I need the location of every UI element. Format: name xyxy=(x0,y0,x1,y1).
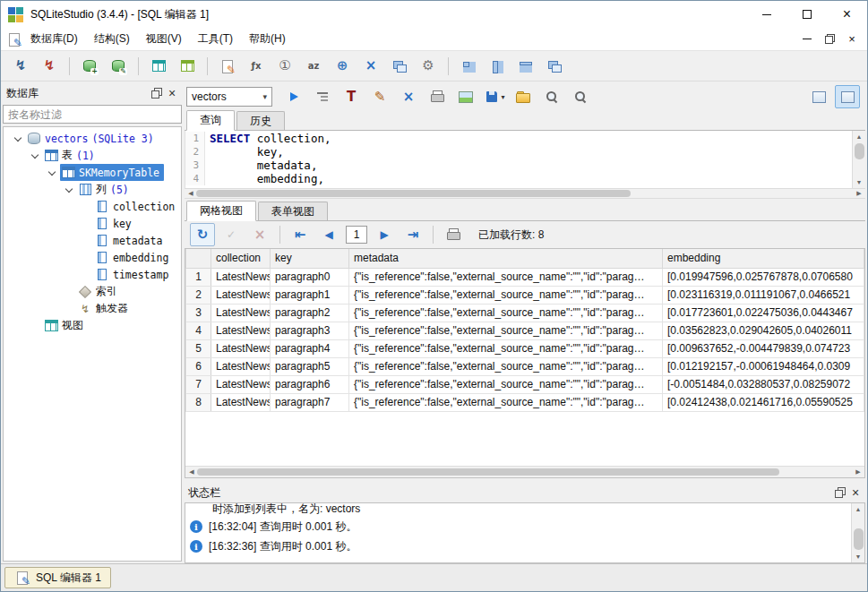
open-language-settings-button[interactable]: az xyxy=(301,55,326,78)
mdi-minimize-button[interactable] xyxy=(797,31,817,47)
cell-key[interactable]: paragraph1 xyxy=(271,286,349,304)
row-number-cell[interactable]: 7 xyxy=(186,375,211,393)
find-button[interactable] xyxy=(539,85,564,108)
next-page-button[interactable]: ▶ xyxy=(372,223,397,246)
cell-key[interactable]: paragraph5 xyxy=(271,357,349,375)
cell-metadata[interactable]: {"is_reference":false,"external_source_n… xyxy=(349,268,663,286)
databases-panel-close-button[interactable]: × xyxy=(164,86,180,100)
results-tab-grid-view[interactable]: 网格视图 xyxy=(186,201,256,221)
cell-collection[interactable]: LatestNews xyxy=(211,322,271,339)
grid-horizontal-scrollbar[interactable]: ◀ ▶ xyxy=(185,466,864,477)
taskbar-tab-sql-editor[interactable]: SQL 编辑器 1 xyxy=(4,567,111,588)
cell-key[interactable]: paragraph4 xyxy=(271,339,349,357)
column-header-collection[interactable]: collection xyxy=(211,249,271,268)
column-header-metadata[interactable]: metadata xyxy=(349,249,663,268)
edit-database-button[interactable]: ✎ xyxy=(106,55,131,78)
tree-item-columns-group[interactable]: 列(5) xyxy=(4,181,181,198)
cell-collection[interactable]: LatestNews xyxy=(211,339,271,357)
cell-embedding[interactable]: [0.03562823,0.029042605,0.04026011 xyxy=(663,322,864,339)
status-vertical-scrollbar[interactable]: ▲ ▼ xyxy=(851,503,864,562)
cell-key[interactable]: paragraph2 xyxy=(271,304,349,322)
scroll-down-arrow-icon[interactable]: ▼ xyxy=(852,552,864,562)
save-sql-button[interactable]: ▾ xyxy=(482,85,507,108)
tree-item-column-embedding[interactable]: embedding xyxy=(4,249,181,266)
status-panel-close-button[interactable]: × xyxy=(847,485,864,500)
code-area[interactable]: 1SELECT collection,2 key,3 metadata,4 em… xyxy=(185,131,852,188)
cell-embedding[interactable]: [0.019947596,0.025767878,0.0706580 xyxy=(663,268,864,286)
tile-windows-vertically-button[interactable] xyxy=(513,55,538,78)
scroll-up-arrow-icon[interactable]: ▲ xyxy=(852,504,864,514)
editor-hscrollbar-thumb[interactable] xyxy=(196,190,631,197)
tree-item-column-metadata[interactable]: metadata xyxy=(4,232,181,249)
refresh-results-button[interactable]: ↻ xyxy=(190,223,215,246)
open-functions-editor-button[interactable]: ƒx xyxy=(244,55,269,78)
cell-key[interactable]: paragraph7 xyxy=(271,393,349,411)
close-button[interactable]: × xyxy=(827,1,867,28)
maximize-button[interactable] xyxy=(786,1,827,28)
close-all-windows-button[interactable]: × xyxy=(358,55,383,78)
open-web-resources-button[interactable]: ⊕ xyxy=(330,55,355,78)
row-number-cell[interactable]: 3 xyxy=(186,304,211,322)
tree-filter-input[interactable] xyxy=(3,105,182,124)
first-page-button[interactable]: ⇤ xyxy=(288,223,313,246)
cell-collection[interactable]: LatestNews xyxy=(211,357,271,375)
editor-tab-history[interactable]: 历史 xyxy=(236,111,285,130)
status-scrollbar-thumb[interactable] xyxy=(854,528,864,550)
menu-item-help[interactable]: 帮助(H) xyxy=(242,28,293,50)
scroll-down-arrow-icon[interactable]: ▼ xyxy=(853,177,865,187)
scroll-right-arrow-icon[interactable]: ▶ xyxy=(854,189,864,199)
editor-horizontal-scrollbar[interactable]: ◀ ▶ xyxy=(185,188,865,199)
cell-key[interactable]: paragraph0 xyxy=(271,268,349,286)
editor-tab-query[interactable]: 查询 xyxy=(186,110,235,131)
open-collations-editor-button[interactable]: ① xyxy=(272,55,297,78)
query-text-mode-button[interactable]: T xyxy=(339,85,364,108)
print-results-button[interactable] xyxy=(441,223,466,246)
add-database-button[interactable]: + xyxy=(77,55,102,78)
rollback-changes-button[interactable]: × xyxy=(247,223,272,246)
tree-item-triggers-group[interactable]: ↯触发器 xyxy=(4,300,181,317)
execute-query-button[interactable] xyxy=(281,85,306,108)
minimize-button[interactable] xyxy=(746,1,786,28)
editor-vertical-scrollbar[interactable]: ▲ ▼ xyxy=(852,131,865,188)
previous-page-button[interactable]: ◀ xyxy=(316,223,341,246)
export-results-button[interactable] xyxy=(453,85,478,108)
scroll-right-arrow-icon[interactable]: ▶ xyxy=(853,468,864,477)
tree-item-tables-group[interactable]: 表(1) xyxy=(4,147,181,164)
clear-editor-button[interactable]: × xyxy=(396,85,421,108)
cell-collection[interactable]: LatestNews xyxy=(211,268,271,286)
row-number-cell[interactable]: 2 xyxy=(186,286,211,304)
row-number-cell[interactable]: 1 xyxy=(186,268,211,286)
load-sql-file-button[interactable] xyxy=(511,85,536,108)
tree-item-views-group[interactable]: 视图 xyxy=(4,317,181,334)
column-header-key[interactable]: key xyxy=(271,249,349,268)
tree-item-column-timestamp[interactable]: timestamp xyxy=(4,266,181,283)
menu-item-database[interactable]: 数据库(D) xyxy=(23,28,85,50)
mdi-close-button[interactable]: × xyxy=(842,31,862,47)
page-number-input[interactable]: 1 xyxy=(346,226,367,244)
cell-embedding[interactable]: [0.02412438,0.021461716,0.05590525 xyxy=(663,393,864,411)
tree-item-indexes-group[interactable]: 索引 xyxy=(4,283,181,300)
cell-collection[interactable]: LatestNews xyxy=(211,286,271,304)
explain-query-plan-button[interactable] xyxy=(310,85,335,108)
expand-chevron-icon[interactable] xyxy=(9,137,26,141)
row-number-cell[interactable]: 5 xyxy=(186,339,211,357)
layout-split-pane-button[interactable] xyxy=(835,85,860,108)
cell-collection[interactable]: LatestNews xyxy=(211,375,271,393)
tree-item-column-key[interactable]: key xyxy=(4,215,181,232)
create-table-button[interactable] xyxy=(146,55,171,78)
results-tab-form-view[interactable]: 表单视图 xyxy=(258,202,328,220)
status-panel-float-button[interactable] xyxy=(831,485,847,500)
grid-hscrollbar-thumb[interactable] xyxy=(197,468,779,476)
scroll-up-arrow-icon[interactable]: ▲ xyxy=(853,132,865,142)
menu-item-view[interactable]: 视图(V) xyxy=(139,28,189,50)
menu-item-tools[interactable]: 工具(T) xyxy=(191,28,240,50)
open-sql-editor-button[interactable] xyxy=(215,55,240,78)
edit-query-button[interactable]: ✎ xyxy=(367,85,392,108)
tree-item-column-collection[interactable]: collection xyxy=(4,198,181,215)
column-header-embedding[interactable]: embedding xyxy=(663,249,864,268)
cell-embedding[interactable]: [0.009637652,-0.004479839,0.074723 xyxy=(663,339,864,357)
commit-changes-button[interactable]: ✓ xyxy=(219,223,244,246)
restore-session-button[interactable] xyxy=(387,55,412,78)
expand-chevron-icon[interactable] xyxy=(43,171,60,175)
open-configuration-button[interactable]: ⚙ xyxy=(416,55,441,78)
